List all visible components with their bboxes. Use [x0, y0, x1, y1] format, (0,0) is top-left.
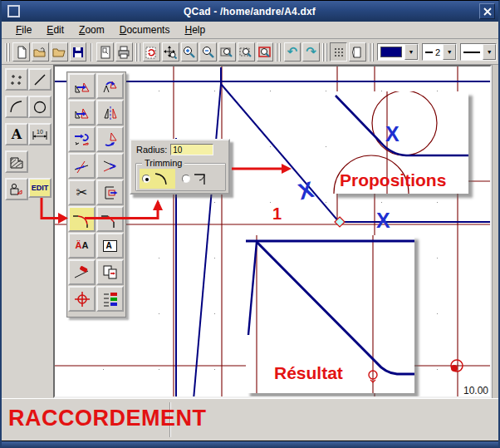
edit-mode-label: EDIT [32, 184, 49, 192]
rotate-two-icon [73, 131, 91, 148]
menu-file[interactable]: File [8, 22, 39, 37]
redo-button[interactable]: ↷ [302, 42, 320, 62]
snap-settings-button[interactable] [68, 286, 96, 312]
zoom-auto-button[interactable] [238, 42, 255, 62]
close-icon [483, 7, 492, 16]
delete-tool-button[interactable] [68, 259, 96, 285]
radio-selected-icon[interactable] [142, 175, 150, 183]
line-tool-button[interactable] [28, 68, 51, 91]
dimension-tool-button[interactable]: 10 [28, 123, 51, 145]
color-select[interactable]: ▼ [377, 43, 419, 61]
text-tool-button[interactable]: A [5, 123, 28, 145]
point-tool-button[interactable] [5, 68, 28, 91]
chevron-down-icon[interactable]: ▼ [483, 44, 496, 60]
toolbar-grip[interactable] [276, 43, 281, 62]
line-width-value: 2 [435, 47, 440, 57]
undo-button[interactable]: ↶ [284, 42, 301, 62]
open-drawing-button[interactable] [32, 42, 49, 62]
menu-documents[interactable]: Documents [112, 22, 178, 37]
zoom-window-button[interactable] [218, 42, 236, 62]
zoom-out-button[interactable] [199, 42, 217, 62]
resultat-inset: Résultat [246, 235, 414, 393]
edit-mode-button[interactable]: EDIT [28, 178, 51, 198]
draw-tools-panel: A 10 EDIT [2, 65, 53, 398]
chevron-down-icon[interactable]: ▼ [404, 44, 418, 60]
rotate-two-tool-button[interactable] [68, 126, 96, 152]
rounded-corner-icon [153, 171, 169, 186]
trim-on-option[interactable] [140, 169, 175, 189]
radius-input[interactable] [170, 144, 213, 155]
line-width-select[interactable]: 2 ▼ [422, 43, 457, 61]
line-style-select[interactable]: ▼ [460, 43, 497, 61]
trim-two-icon [101, 158, 120, 175]
grid-toggle-button[interactable] [330, 42, 347, 62]
toolbar-grip[interactable] [322, 43, 327, 62]
open-folder-button[interactable] [51, 42, 68, 62]
attributes-icon: A [103, 240, 116, 252]
toolbar-separator [91, 43, 92, 62]
redraw-button[interactable] [143, 42, 160, 62]
move-rotate-tool-button[interactable] [96, 126, 124, 152]
cut-tool-button[interactable]: ✂ [68, 180, 96, 205]
coordinate-readout: 10.00 [463, 385, 488, 396]
bevel-tool-button[interactable] [96, 206, 124, 232]
toolbar-grip[interactable] [369, 43, 374, 62]
close-button[interactable] [479, 3, 495, 19]
new-document-icon [15, 46, 28, 59]
zoom-previous-button[interactable] [257, 42, 274, 62]
trim-off-option[interactable] [182, 171, 211, 186]
hatch-icon [9, 155, 24, 170]
menu-zoom[interactable]: Zoom [71, 22, 112, 37]
radio-unselected-icon[interactable] [182, 175, 190, 183]
measure-tool-button[interactable] [5, 178, 28, 200]
propositions-label: Propositions [340, 170, 446, 190]
circle-tool-button[interactable] [28, 96, 51, 118]
save-button[interactable] [70, 42, 87, 62]
zoom-in-button[interactable] [181, 42, 199, 62]
print-button[interactable] [115, 42, 133, 62]
zoom-window-icon [220, 46, 233, 59]
style-sample-icon [463, 52, 480, 53]
hatch-tool-button[interactable] [5, 150, 28, 173]
status-bar: RACCORDEMENT [2, 398, 498, 441]
stretch-tool-button[interactable] [96, 180, 124, 205]
system-menu-icon[interactable] [7, 5, 20, 17]
zoom-pan-button[interactable] [162, 42, 179, 62]
library-browser-button[interactable] [349, 42, 366, 62]
mirror-tool-button[interactable] [96, 100, 124, 126]
arc-tool-button[interactable] [5, 96, 28, 118]
menu-help[interactable]: Help [177, 22, 213, 37]
toolbar-grip[interactable] [5, 43, 10, 62]
bevel-icon [100, 210, 120, 229]
points-icon [9, 72, 24, 87]
dimension-icon: 10 [32, 127, 48, 142]
trim-tool-button[interactable] [68, 153, 96, 179]
current-color-swatch [380, 47, 402, 57]
qcad-window: QCad - /home/andre/A4.dxf File Edit Zoom… [0, 0, 500, 448]
explode-icon [101, 264, 120, 281]
new-document-button[interactable] [12, 42, 30, 62]
print-preview-button[interactable] [96, 42, 114, 62]
title-bar[interactable]: QCad - /home/andre/A4.dxf [2, 1, 498, 22]
rotate-tool-button[interactable] [96, 73, 124, 99]
toolbar-grip[interactable] [135, 43, 140, 62]
chevron-down-icon[interactable]: ▼ [443, 44, 456, 60]
fillet-icon [72, 210, 92, 229]
snap-crosshair-icon [73, 291, 91, 308]
edit-text-icon-black: A [82, 240, 89, 250]
open-folder-icon [52, 46, 66, 59]
delete-icon [73, 264, 91, 281]
stretch-icon [101, 185, 120, 201]
attributes-tool-button[interactable]: A [96, 233, 124, 258]
menu-edit[interactable]: Edit [39, 22, 71, 37]
vertical-scrollbar[interactable] [492, 65, 500, 398]
move-copy-tool-button[interactable] [68, 100, 96, 126]
redraw-icon [145, 46, 158, 59]
window-bottom-frame [2, 441, 498, 448]
trim-two-tool-button[interactable] [96, 153, 124, 179]
edit-text-tool-button[interactable]: ÄA [68, 233, 96, 258]
explode-tool-button[interactable] [96, 259, 124, 285]
move-tool-button[interactable] [68, 73, 96, 99]
layer-list-button[interactable] [96, 286, 124, 312]
fillet-tool-button[interactable] [68, 206, 96, 232]
